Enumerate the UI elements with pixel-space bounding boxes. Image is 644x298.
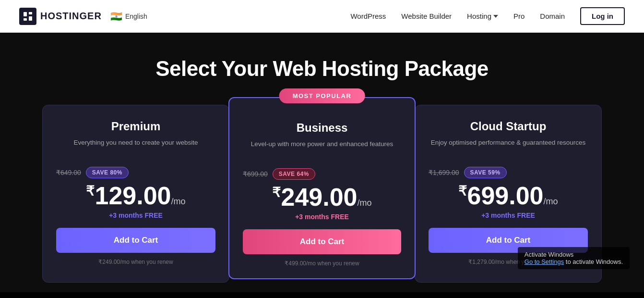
cloud-per-mo: /mo (544, 197, 558, 206)
language-selector[interactable]: 🇮🇳 English (110, 11, 147, 22)
business-original-price: ₹699.00 (243, 170, 268, 178)
activate-windows-overlay: Activate Windows Go to Settings Go to Se… (518, 247, 630, 269)
business-currency: ₹ (272, 185, 281, 200)
cloud-price-row: ₹1,699.00 SAVE 59% (429, 167, 588, 178)
logo[interactable]: HOSTINGER (19, 8, 102, 25)
chevron-down-icon (493, 15, 498, 18)
business-per-mo: /mo (358, 198, 372, 208)
navbar-left: HOSTINGER 🇮🇳 English (19, 8, 147, 25)
svg-rect-1 (29, 12, 32, 14)
cloud-save-badge: SAVE 59% (464, 167, 507, 178)
svg-rect-3 (24, 18, 27, 21)
premium-renew-note: ₹249.00/mo when you renew (56, 259, 215, 265)
cloud-title: Cloud Startup (429, 120, 588, 133)
business-renew-note: ₹499.00/mo when you renew (243, 260, 401, 267)
cloud-main-price: ₹699.00/mo (429, 182, 588, 210)
lang-label: English (125, 12, 147, 20)
business-free-months: +3 months FREE (243, 213, 401, 221)
logo-icon (19, 8, 36, 25)
premium-original-price: ₹649.00 (56, 169, 81, 176)
svg-rect-0 (24, 12, 27, 16)
hero-section: Select Your Web Hosting Package (0, 33, 644, 95)
activate-windows-line2: Go to Settings Go to Settings to activat… (525, 258, 623, 265)
flag-icon: 🇮🇳 (110, 11, 122, 22)
cloud-currency: ₹ (458, 184, 467, 199)
premium-per-mo: /mo (171, 197, 186, 206)
premium-price-row: ₹649.00 SAVE 80% (56, 167, 215, 178)
business-main-price: ₹249.00/mo (243, 184, 401, 211)
nav-domain[interactable]: Domain (540, 12, 565, 20)
premium-title: Premium (56, 120, 215, 133)
nav-website-builder[interactable]: Website Builder (401, 12, 452, 20)
premium-main-price: ₹129.00/mo (56, 182, 215, 210)
business-title: Business (243, 121, 401, 135)
premium-save-badge: SAVE 80% (86, 167, 129, 178)
nav-hosting[interactable]: Hosting (467, 12, 498, 20)
nav-wordpress[interactable]: WordPress (350, 12, 386, 20)
activate-windows-line1: Activate Windows (525, 251, 623, 258)
business-price-row: ₹699.00 SAVE 64% (243, 168, 401, 180)
premium-currency: ₹ (86, 184, 95, 199)
business-desc: Level-up with more power and enhanced fe… (243, 139, 401, 159)
cloud-desc: Enjoy optimised performance & guaranteed… (429, 138, 588, 157)
nav-pro[interactable]: Pro (513, 12, 525, 20)
cloud-free-months: +3 months FREE (429, 211, 588, 219)
cloud-original-price: ₹1,699.00 (429, 169, 459, 176)
most-popular-badge: MOST POPULAR (279, 88, 365, 103)
card-business: MOST POPULAR Business Level-up with more… (228, 97, 416, 279)
business-add-to-cart-button[interactable]: Add to Cart (243, 229, 401, 254)
premium-free-months: +3 months FREE (56, 211, 215, 219)
logo-text: HOSTINGER (40, 11, 102, 22)
premium-desc: Everything you need to create your websi… (56, 138, 215, 157)
navbar-right: WordPress Website Builder Hosting Pro Do… (350, 7, 625, 25)
svg-rect-2 (29, 16, 32, 21)
business-save-badge: SAVE 64% (273, 168, 315, 180)
navbar: HOSTINGER 🇮🇳 English WordPress Website B… (0, 0, 644, 33)
login-button[interactable]: Log in (580, 7, 625, 25)
card-premium: Premium Everything you need to create yo… (42, 105, 229, 283)
premium-add-to-cart-button[interactable]: Add to Cart (56, 228, 215, 253)
activate-windows-link[interactable]: Go to Settings (525, 258, 564, 265)
hero-title: Select Your Web Hosting Package (10, 57, 634, 81)
